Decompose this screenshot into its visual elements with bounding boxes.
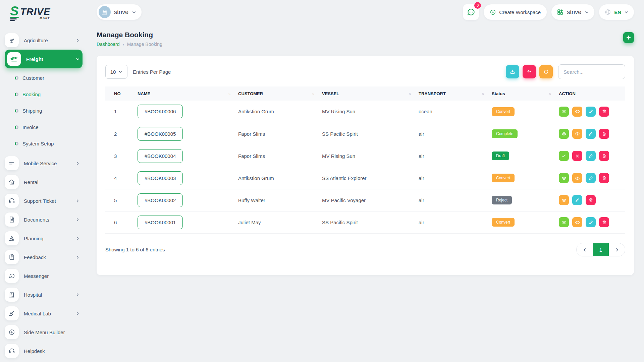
brand-name: TRIVE (20, 7, 50, 16)
status-badge[interactable]: Convert (492, 218, 515, 227)
sidebar-subitem-customer[interactable]: Customer (15, 70, 83, 86)
delete-button[interactable] (599, 217, 609, 227)
booking-name-button[interactable]: #BOOK00002 (138, 193, 183, 207)
edit-button[interactable] (586, 107, 596, 117)
sidebar-item-planning[interactable]: Planning (5, 229, 83, 248)
sidebar-item-freight[interactable]: Freight (5, 50, 83, 68)
preview-button[interactable] (572, 107, 582, 117)
organization-selector[interactable]: strive (551, 4, 594, 20)
edit-button[interactable] (586, 129, 596, 139)
cell-no: 2 (105, 123, 134, 145)
add-booking-button[interactable] (623, 32, 634, 43)
sidebar-item-side-menu-builder[interactable]: Side Menu Builder (5, 323, 83, 342)
previous-page-button[interactable] (577, 243, 593, 256)
view-button[interactable] (559, 129, 569, 139)
page-number-button[interactable]: 1 (593, 243, 609, 256)
next-page-button[interactable] (609, 243, 625, 256)
freight-submenu: Customer Booking Shipping Invoice System… (5, 68, 83, 154)
sidebar-item-agriculture[interactable]: Agriculture (5, 31, 83, 50)
cell-no: 6 (105, 211, 134, 233)
booking-name-button[interactable]: #BOOK00004 (138, 149, 183, 163)
hospital-building-icon (5, 288, 19, 302)
download-button[interactable] (506, 65, 519, 78)
entries-per-page-label: Entries Per Page (133, 69, 171, 75)
breadcrumb-dashboard-link[interactable]: Dashboard (97, 42, 120, 47)
chevron-right-icon: › (123, 42, 124, 47)
chevron-right-icon (75, 255, 80, 259)
delete-button[interactable] (599, 151, 609, 161)
entries-per-page-select[interactable]: 10 (105, 65, 127, 79)
status-badge[interactable]: Convert (492, 107, 515, 116)
search-input[interactable] (558, 64, 625, 79)
delete-button[interactable] (599, 107, 609, 117)
plus-circle-icon (490, 9, 496, 15)
booking-name-button[interactable]: #BOOK00003 (138, 171, 183, 185)
column-header-status[interactable]: Status↑↓ (488, 86, 555, 101)
plane-takeoff-icon (7, 52, 21, 66)
status-badge[interactable]: Convert (492, 174, 515, 182)
refresh-button[interactable] (539, 65, 553, 78)
chevron-down-icon (118, 70, 122, 74)
showing-entries-text: Showing 1 to 6 of 6 entries (105, 247, 165, 252)
cell-transport: air (415, 167, 488, 189)
workspace-selector[interactable]: strive (97, 4, 142, 20)
plant-icon (5, 33, 19, 47)
sidebar-item-messenger[interactable]: Messenger (5, 266, 83, 285)
page-title: Manage Booking (97, 31, 162, 39)
sidebar-item-label: Mobile Service (24, 161, 57, 166)
sidebar-item-partial[interactable] (5, 360, 83, 362)
booking-name-button[interactable]: #BOOK00005 (138, 127, 183, 141)
sidebar-item-hospital[interactable]: Hospital (5, 285, 83, 304)
preview-button[interactable] (572, 173, 582, 183)
bookings-table: NO NAME↑↓ CUSTOMER↑↓ VESSEL↑↓ TRANSPORT↑… (105, 86, 625, 234)
sidebar-item-label: Planning (24, 236, 43, 241)
delete-button[interactable] (599, 129, 609, 139)
plus-circle-icon (5, 325, 19, 339)
sidebar-subitem-invoice[interactable]: Invoice (15, 119, 83, 135)
sidebar-item-support-ticket[interactable]: Support Ticket (5, 191, 83, 210)
sidebar-item-documents[interactable]: Documents (5, 210, 83, 229)
column-header-vessel[interactable]: VESSEL↑↓ (319, 86, 415, 101)
preview-button[interactable] (572, 129, 582, 139)
create-workspace-button[interactable]: Create Workspace (484, 4, 547, 20)
status-badge[interactable]: Draft (492, 152, 509, 160)
table-row: 3 #BOOK00004 Fapor Slims MV Rising Sun a… (105, 145, 625, 167)
syringe-icon (5, 306, 19, 320)
sidebar-subitem-label: Customer (22, 75, 44, 81)
view-button[interactable] (559, 173, 569, 183)
delete-button[interactable] (599, 173, 609, 183)
chat-button[interactable]: 0 (463, 4, 479, 20)
sidebar-subitem-system-setup[interactable]: System Setup (15, 135, 83, 152)
booking-name-button[interactable]: #BOOK00001 (138, 216, 183, 229)
sidebar-subitem-booking[interactable]: Booking (15, 86, 83, 103)
view-button[interactable] (559, 107, 569, 117)
cell-transport: air (415, 189, 488, 211)
sidebar-item-label: Feedback (24, 254, 46, 260)
sidebar-item-mobile-service[interactable]: Mobile Service (5, 154, 83, 173)
preview-button[interactable] (559, 195, 569, 205)
delete-button[interactable] (586, 195, 596, 205)
edit-button[interactable] (572, 195, 582, 205)
sidebar-item-helpdesk[interactable]: Helpdesk (5, 342, 83, 360)
status-badge[interactable]: Complete (492, 129, 518, 138)
approve-button[interactable] (559, 151, 569, 161)
sidebar-item-feedback[interactable]: Feedback (5, 248, 83, 266)
preview-button[interactable] (572, 217, 582, 227)
edit-button[interactable] (586, 173, 596, 183)
reject-button[interactable] (572, 151, 582, 161)
undo-button[interactable] (523, 65, 536, 78)
eye-icon (561, 109, 567, 114)
cell-transport: air (415, 211, 488, 233)
sidebar-item-medical-lab[interactable]: Medical Lab (5, 304, 83, 323)
column-header-name[interactable]: NAME↑↓ (134, 86, 235, 101)
edit-button[interactable] (586, 217, 596, 227)
sidebar-item-rental[interactable]: Rental (5, 173, 83, 191)
sidebar-subitem-shipping[interactable]: Shipping (15, 103, 83, 119)
view-button[interactable] (559, 217, 569, 227)
booking-name-button[interactable]: #BOOK00006 (138, 105, 183, 118)
language-selector[interactable]: EN (599, 4, 634, 20)
status-badge[interactable]: Reject (492, 196, 512, 204)
column-header-transport[interactable]: TRANSPORT↑↓ (415, 86, 488, 101)
edit-button[interactable] (586, 151, 596, 161)
column-header-customer[interactable]: CUSTOMER↑↓ (235, 86, 319, 101)
